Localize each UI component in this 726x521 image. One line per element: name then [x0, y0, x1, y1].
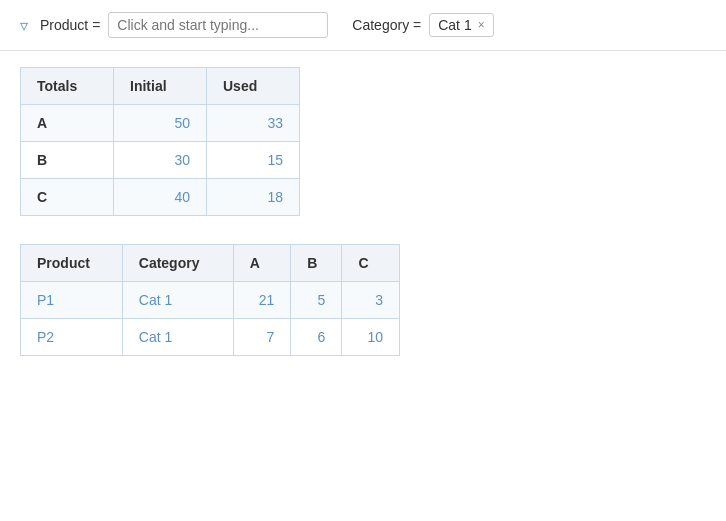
totals-row-initial: 30 [114, 142, 207, 179]
product-row-category: Cat 1 [122, 282, 233, 319]
product-row-a: 7 [233, 319, 291, 356]
category-tag-value: Cat 1 [438, 17, 471, 33]
category-filter-section: Category = Cat 1 × [352, 13, 493, 37]
totals-table: Totals Initial Used A 50 33 B 30 15 C 40… [20, 67, 300, 216]
totals-row-label: B [21, 142, 114, 179]
filter-bar: ▿ Product = Category = Cat 1 × [0, 0, 726, 51]
filter-icon: ▿ [20, 16, 28, 35]
table-row: C 40 18 [21, 179, 300, 216]
product-row-a: 21 [233, 282, 291, 319]
totals-row-used: 33 [207, 105, 300, 142]
product-filter-input[interactable] [108, 12, 328, 38]
totals-row-used: 15 [207, 142, 300, 179]
table-row: B 30 15 [21, 142, 300, 179]
totals-col-header-initial: Initial [114, 68, 207, 105]
category-filter-label: Category = [352, 17, 421, 33]
products-col-header-category: Category [122, 245, 233, 282]
products-col-header-a: A [233, 245, 291, 282]
product-row-c: 3 [342, 282, 400, 319]
totals-row-label: C [21, 179, 114, 216]
totals-row-label: A [21, 105, 114, 142]
product-row-product: P2 [21, 319, 123, 356]
products-col-header-c: C [342, 245, 400, 282]
totals-row-initial: 40 [114, 179, 207, 216]
table-row: P2 Cat 1 7 6 10 [21, 319, 400, 356]
product-row-b: 6 [291, 319, 342, 356]
product-row-c: 10 [342, 319, 400, 356]
product-row-product: P1 [21, 282, 123, 319]
tables-container: Totals Initial Used A 50 33 B 30 15 C 40… [0, 51, 726, 372]
totals-col-header-totals: Totals [21, 68, 114, 105]
totals-row-initial: 50 [114, 105, 207, 142]
category-tag[interactable]: Cat 1 × [429, 13, 493, 37]
totals-col-header-used: Used [207, 68, 300, 105]
products-table: Product Category A B C P1 Cat 1 21 5 3 P… [20, 244, 400, 356]
totals-row-used: 18 [207, 179, 300, 216]
products-col-header-product: Product [21, 245, 123, 282]
category-tag-close[interactable]: × [478, 18, 485, 32]
table-row: P1 Cat 1 21 5 3 [21, 282, 400, 319]
products-col-header-b: B [291, 245, 342, 282]
product-row-b: 5 [291, 282, 342, 319]
product-row-category: Cat 1 [122, 319, 233, 356]
product-filter-label: Product = [40, 17, 100, 33]
table-row: A 50 33 [21, 105, 300, 142]
